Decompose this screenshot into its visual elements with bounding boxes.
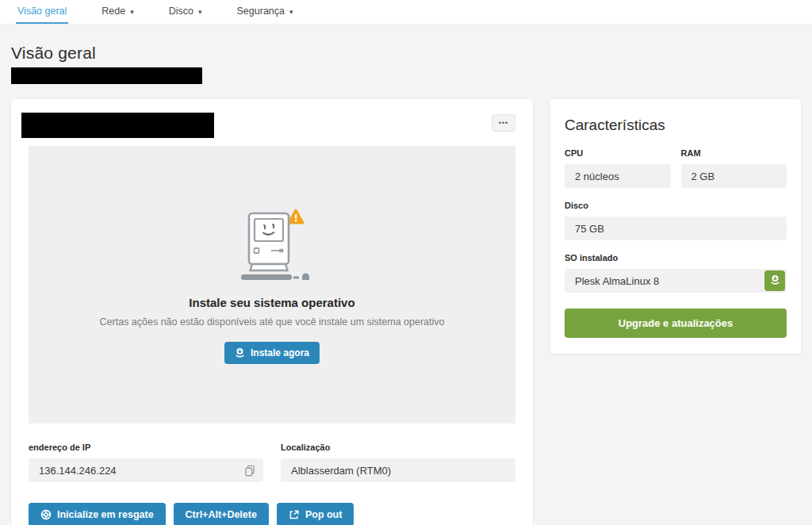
console-placeholder: Instale seu sistema operativo Certas açõ… xyxy=(29,146,515,423)
install-now-label: Instale agora xyxy=(251,347,309,358)
specs-card: Características CPU 2 núcleos RAM 2 GB D… xyxy=(550,99,801,354)
disk-label: Disco xyxy=(565,201,787,210)
server-overview-card: ••• xyxy=(11,99,533,525)
location-field: Alblasserdam (RTM0) xyxy=(281,458,515,482)
server-actions: Inicialize em resgate Ctrl+Alt+Delete Po… xyxy=(29,503,515,525)
upgrade-button-label: Upgrade e atualizações xyxy=(619,317,733,329)
redacted-server-name xyxy=(11,67,202,84)
location-field-group: Localização Alblasserdam (RTM0) xyxy=(281,443,515,482)
ip-value: 136.144.246.224 xyxy=(39,465,117,477)
install-os-title: Instale seu sistema operativo xyxy=(189,296,354,309)
more-options-button[interactable]: ••• xyxy=(492,114,515,132)
external-link-icon xyxy=(289,509,300,520)
tab-bar: Visão geral Rede ▾ Disco ▾ Segurança ▾ xyxy=(0,0,812,25)
cpu-spec: CPU 2 núcleos xyxy=(565,148,671,188)
location-label: Localização xyxy=(281,443,515,452)
content-columns: ••• xyxy=(11,99,801,525)
tab-seguranca[interactable]: Segurança ▾ xyxy=(236,0,295,24)
redacted-server-title xyxy=(21,113,214,138)
page-content: Visão geral ••• xyxy=(0,44,812,525)
installed-os-field: Plesk AlmaLinux 8 xyxy=(565,269,787,293)
tab-visao-geral[interactable]: Visão geral xyxy=(16,0,68,24)
ip-field: 136.144.246.224 xyxy=(29,458,263,482)
tab-rede[interactable]: Rede ▾ xyxy=(100,0,135,24)
cpu-label: CPU xyxy=(565,148,671,158)
upgrade-button[interactable]: Upgrade e atualizações xyxy=(565,308,787,338)
ram-value-field: 2 GB xyxy=(681,164,787,188)
installed-os-label: SO instalado xyxy=(565,253,787,262)
disk-spec: Disco 75 GB xyxy=(565,201,787,240)
rescue-boot-label: Inicialize em resgate xyxy=(57,509,154,520)
location-value: Alblasserdam (RTM0) xyxy=(291,465,391,477)
cpu-value: 2 núcleos xyxy=(575,171,619,182)
cpu-value-field: 2 núcleos xyxy=(565,164,671,188)
ctrl-alt-delete-button[interactable]: Ctrl+Alt+Delete xyxy=(174,503,269,525)
ram-value: 2 GB xyxy=(691,171,715,182)
tab-disco[interactable]: Disco ▾ xyxy=(167,0,204,24)
ip-label: endereço de IP xyxy=(29,443,263,452)
tab-label: Visão geral xyxy=(17,6,67,17)
os-install-button[interactable] xyxy=(764,270,785,291)
disk-value: 75 GB xyxy=(575,223,604,235)
page-title: Visão geral xyxy=(11,44,801,63)
rescue-boot-button[interactable]: Inicialize em resgate xyxy=(29,503,166,525)
chevron-down-icon: ▾ xyxy=(289,8,293,16)
tab-label: Segurança xyxy=(237,6,285,17)
copy-icon[interactable] xyxy=(244,465,255,477)
warning-icon xyxy=(289,210,303,223)
cpu-ram-row: CPU 2 núcleos RAM 2 GB xyxy=(565,148,787,201)
ram-label: RAM xyxy=(681,148,787,158)
ram-spec: RAM 2 GB xyxy=(681,148,787,188)
tab-label: Rede xyxy=(102,6,125,17)
pop-out-label: Pop out xyxy=(305,509,343,520)
chevron-down-icon: ▾ xyxy=(198,8,202,16)
computer-illustration xyxy=(228,206,316,286)
retro-computer-icon xyxy=(228,206,316,283)
os-spec: SO instalado Plesk AlmaLinux 8 xyxy=(565,253,787,293)
server-card-header: ••• xyxy=(29,113,515,138)
install-icon xyxy=(235,347,245,358)
ctrl-alt-delete-label: Ctrl+Alt+Delete xyxy=(186,509,257,520)
life-buoy-icon xyxy=(40,509,52,520)
tab-label: Disco xyxy=(169,6,193,17)
chevron-down-icon: ▾ xyxy=(130,8,134,16)
disk-value-field: 75 GB xyxy=(565,217,787,240)
installed-os-value: Plesk AlmaLinux 8 xyxy=(575,275,659,287)
install-now-button[interactable]: Instale agora xyxy=(224,342,320,364)
server-fields: endereço de IP 136.144.246.224 Localizaç… xyxy=(29,443,515,482)
install-icon xyxy=(770,274,780,287)
specs-title: Características xyxy=(565,117,787,134)
install-os-description: Certas ações não estão disponíveis até q… xyxy=(100,316,445,328)
pop-out-button[interactable]: Pop out xyxy=(277,503,354,525)
ip-field-group: endereço de IP 136.144.246.224 xyxy=(29,443,263,482)
ellipsis-icon: ••• xyxy=(499,119,508,127)
